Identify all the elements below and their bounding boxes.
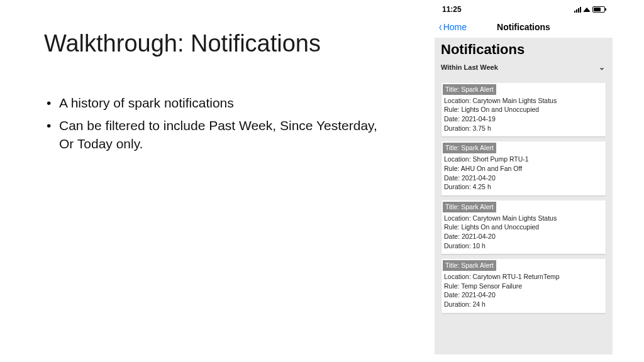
- nav-title: Notifications: [497, 22, 550, 32]
- bullet-list: A history of spark notifications Can be …: [44, 94, 390, 158]
- bullet-text: Can be filtered to include Past Week, Si…: [59, 118, 377, 150]
- card-duration: Duration: 4.25 h: [441, 182, 606, 192]
- status-bar: 11:25: [435, 3, 613, 16]
- filter-dropdown[interactable]: Within Last Week ⌄: [435, 59, 613, 75]
- card-date: Date: 2021-04-19: [441, 114, 606, 124]
- status-time: 11:25: [442, 5, 462, 14]
- card-rule: Rule: Lights On and Unoccupied: [441, 105, 606, 114]
- card-title: Title: Spark Alert: [443, 202, 496, 212]
- card-duration: Duration: 3.75 h: [441, 124, 606, 133]
- back-button[interactable]: ‹ Home: [438, 21, 467, 33]
- card-rule: Rule: AHU On and Fan Off: [441, 164, 606, 173]
- filter-label: Within Last Week: [441, 63, 498, 71]
- card-rule: Rule: Temp Sensor Failure: [441, 282, 606, 291]
- bullet-item: A history of spark notifications: [44, 94, 390, 112]
- card-title: Title: Spark Alert: [443, 260, 496, 271]
- status-icons: [574, 6, 605, 13]
- battery-icon: [592, 6, 605, 13]
- chevron-left-icon: ‹: [439, 20, 442, 33]
- slide: Walkthrough: Notifications A history of …: [0, 0, 644, 362]
- page-header: Notifications: [435, 38, 613, 59]
- card-title: Title: Spark Alert: [443, 84, 496, 95]
- card-location: Location: Carytown Main Lights Status: [441, 96, 606, 106]
- scroll-view[interactable]: Notifications Within Last Week ⌄ Title: …: [435, 38, 613, 354]
- page-title: Notifications: [441, 41, 606, 58]
- notification-card[interactable]: Title: Spark AlertLocation: Carytown RTU…: [441, 259, 606, 312]
- phone-screenshot: 11:25 ‹ Home Notifications Notifications…: [435, 3, 613, 354]
- wifi-icon: [583, 7, 591, 11]
- card-date: Date: 2021-04-20: [441, 232, 606, 241]
- chevron-down-icon: ⌄: [599, 63, 605, 72]
- card-rule: Rule: Lights On and Unoccupied: [441, 222, 606, 232]
- nav-bar: ‹ Home Notifications: [435, 16, 613, 38]
- notification-list: Title: Spark AlertLocation: Carytown Mai…: [435, 75, 613, 321]
- notification-card[interactable]: Title: Spark AlertLocation: Short Pump R…: [441, 141, 606, 195]
- notification-card[interactable]: Title: Spark AlertLocation: Carytown Mai…: [441, 83, 606, 136]
- card-duration: Duration: 10 h: [441, 241, 606, 251]
- card-date: Date: 2021-04-20: [441, 173, 606, 183]
- slide-title: Walkthrough: Notifications: [44, 30, 321, 57]
- back-label: Home: [443, 22, 467, 32]
- card-date: Date: 2021-04-20: [441, 290, 606, 300]
- card-title: Title: Spark Alert: [443, 143, 496, 153]
- card-location: Location: Short Pump RTU-1: [441, 155, 606, 164]
- notification-card[interactable]: Title: Spark AlertLocation: Carytown Mai…: [441, 200, 606, 254]
- signal-icon: [574, 6, 581, 13]
- card-location: Location: Carytown RTU-1 ReturnTemp: [441, 272, 606, 282]
- card-duration: Duration: 24 h: [441, 300, 606, 309]
- card-location: Location: Carytown Main Lights Status: [441, 214, 606, 223]
- bullet-item: Can be filtered to include Past Week, Si…: [44, 117, 390, 153]
